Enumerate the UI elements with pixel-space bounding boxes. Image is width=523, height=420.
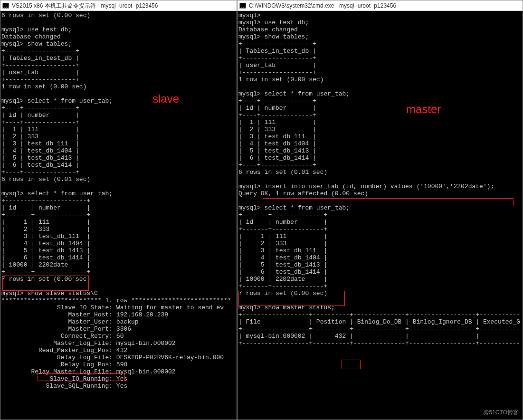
watermark: @51CTO博客 [483,409,519,417]
master-terminal-window: C:\WINDOWS\system32\cmd.exe - mysql -uro… [237,0,523,420]
slave-terminal-window: VS2015 x86 本机工具命令提示符 - mysql -uroot -p12… [0,0,237,420]
right-title-text: C:\WINDOWS\system32\cmd.exe - mysql -uro… [249,0,396,11]
right-titlebar[interactable]: C:\WINDOWS\system32\cmd.exe - mysql -uro… [238,0,523,11]
left-terminal-output[interactable]: 6 rows in set (0.00 sec) mysql> use test… [0,11,237,391]
right-highlight-position [342,360,361,369]
left-title-text: VS2015 x86 本机工具命令提示符 - mysql -uroot -p12… [12,0,158,11]
left-titlebar[interactable]: VS2015 x86 本机工具命令提示符 - mysql -uroot -p12… [0,0,237,11]
cmd-icon [2,3,9,9]
cmd-icon [239,3,246,9]
right-terminal-output[interactable]: mysql> mysql> use test_db; Database chan… [238,11,523,348]
